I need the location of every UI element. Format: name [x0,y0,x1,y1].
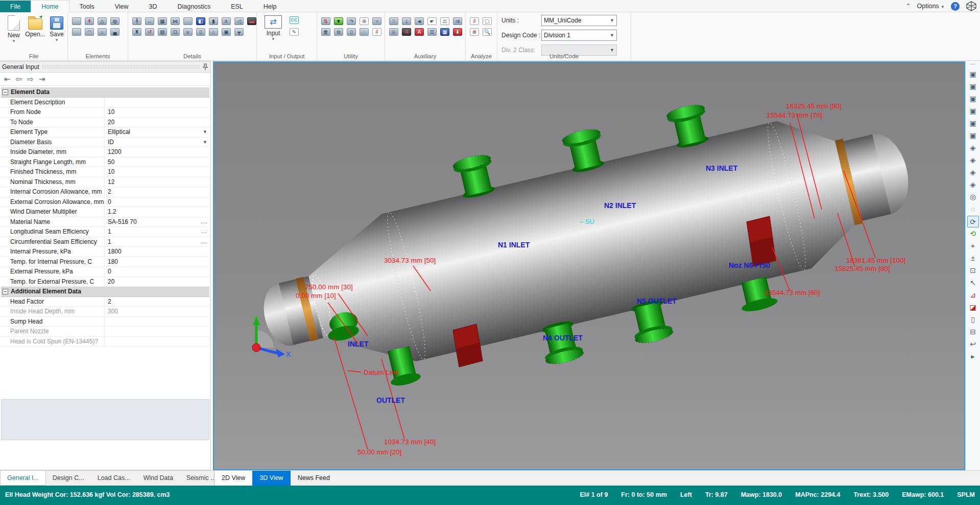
design-code-select[interactable]: Division 1▼ [541,30,617,41]
hide-shell-icon[interactable]: ▯ [967,314,979,326]
grid-row-value[interactable]: 10 [105,167,209,177]
flange-view-icon[interactable]: ⊟ [967,326,979,338]
menu-tab-file[interactable]: File [0,1,31,13]
dropdown-caret-icon[interactable]: ▼ [3,39,25,43]
zoom-window-icon[interactable]: ◌ [967,203,979,215]
grid-row-value[interactable]: 1... [105,237,209,247]
options-button[interactable]: Options ▼ [917,3,945,10]
menu-tab-3d[interactable]: 3D [139,1,168,13]
view-tab-3d-view[interactable]: 3D View [252,471,290,486]
view-front-cube-icon[interactable]: ▣ [967,68,979,80]
coil-element-icon[interactable]: ◍ [110,17,119,25]
grid-row-value[interactable]: Elliptical▼ [105,127,209,137]
clip-detail-icon[interactable]: ◁ [234,17,244,25]
section-view-icon[interactable]: ◪ [967,302,979,313]
view-tab-news-feed[interactable]: News Feed [291,471,337,486]
filter-funnel-icon[interactable]: ▼ [334,17,343,25]
cc-toggle-icon[interactable]: CC [290,16,299,24]
menu-tab-tools[interactable]: Tools [69,1,105,13]
grid-row-value[interactable] [105,337,209,347]
half-pipe-detail-icon[interactable]: ▮ [209,17,218,25]
basering-detail-icon[interactable]: ♜ [132,28,141,36]
split-element-icon[interactable]: ⑂ [372,17,381,25]
view-left-cube-icon[interactable]: ▣ [967,93,979,105]
next-element-button[interactable]: ⇨ [27,75,34,84]
error-check-icon[interactable]: ⊗ [470,28,479,36]
grid-row[interactable]: Nominal Thickness, mm12 [1,177,209,188]
pdf-export-icon[interactable]: ⬇ [453,28,462,36]
zoom-extents-icon[interactable]: ◎ [967,191,979,203]
menu-tab-esl[interactable]: ESL [221,1,253,13]
refresh-list-icon[interactable]: ⇉ [453,17,462,25]
undo-view-icon[interactable]: ↩ [967,338,979,350]
grid-row[interactable]: Element TypeElliptical▼ [1,127,209,137]
grid-row[interactable]: Longitudinal Seam Efficiency1... [1,227,209,237]
iso-view-ne-icon[interactable]: ◈ [967,142,979,154]
pan-icon[interactable]: ⌖ [967,240,979,252]
toolbar-flyout-icon[interactable]: ▸ [967,351,979,362]
new-report-icon[interactable]: ▢ [483,17,492,25]
grid-row-value[interactable] [105,98,209,107]
grid-row-value[interactable]: 1.2 [105,207,209,217]
ellipsis-button[interactable]: ... [201,218,207,227]
grid-row-value[interactable]: 180 [105,257,209,267]
new-button[interactable]: New▼ [3,14,25,43]
dropdown-caret-icon[interactable]: ▼ [203,128,207,137]
nozzle-detail-icon[interactable]: ╀ [132,17,141,25]
grid-row[interactable]: Internal Pressure, kPa1800 [1,247,209,257]
grid-row[interactable]: External Corrosion Allowance, mm0 [1,197,209,208]
view-bottom-cube-icon[interactable]: ▣ [967,130,979,142]
pin-icon[interactable] [202,63,208,71]
column-aux-icon[interactable]: ⌷ [389,17,398,25]
brace-detail-icon[interactable]: ▧ [158,28,167,36]
view-top-cube-icon[interactable]: ▣ [967,118,979,129]
grid-row-value[interactable]: 300 [105,307,209,316]
menu-tab-home[interactable]: Home [31,0,69,12]
grid-row-value[interactable] [105,327,209,336]
grid-row-value[interactable]: 12 [105,177,209,187]
lining-detail-icon[interactable] [183,17,193,25]
grid-row[interactable]: From Node10 [1,107,209,118]
save-button[interactable]: Save▼ [46,14,67,42]
input-button[interactable]: ⇄ Input ▼ [260,14,286,41]
panel-tab-wind-data[interactable]: Wind Data [137,471,180,486]
grid-row-value[interactable]: ID▼ [105,137,209,147]
grid-row[interactable]: To Node20 [1,118,209,128]
flange-pair-detail-icon[interactable]: ↔ [145,17,154,25]
grid-row[interactable]: Material NameSA-516 70... [1,217,209,227]
grid-row[interactable]: Head Factor2 [1,297,209,307]
opening-detail-icon[interactable]: ▣ [222,28,231,36]
shell-icon[interactable]: ▯ [347,28,356,36]
select-region-icon[interactable]: ◌ [360,28,369,36]
grid-row-value[interactable]: 0 [105,197,209,207]
grid-row-value[interactable]: SA-516 70... [105,217,209,227]
dropdown-caret-icon[interactable]: ▼ [46,38,67,42]
pick-hand-icon[interactable]: ☛ [427,17,437,25]
measure-icon[interactable]: ⊿ [967,289,979,301]
grid-section-header[interactable]: Additional Element Data [1,287,209,297]
view-tab-2d-view[interactable]: 2D View [214,471,252,486]
weight-detail-icon[interactable]: ▬ [247,17,256,25]
access-icon[interactable]: A [415,28,424,36]
cylinder-element-icon[interactable] [72,17,81,25]
delete-element-icon[interactable]: 🗑 [321,28,330,36]
platform-detail-icon[interactable]: ⊡ [171,28,180,36]
stiffener-ring-detail-icon[interactable]: ▦ [158,17,167,25]
collapse-icon[interactable] [3,289,8,294]
grid-row[interactable]: Straight Flange Length, mm50 [1,157,209,168]
grid-row[interactable]: Inside Head Depth, mm300 [1,307,209,317]
select-window-icon[interactable]: ⊡ [967,265,979,277]
select-arrow-icon[interactable]: ↖ [967,277,979,289]
orbit-axis-icon[interactable]: ⟲ [967,228,979,240]
grid-row-value[interactable]: 1800 [105,247,209,257]
send-aux-icon[interactable]: ◄ [415,17,424,25]
units-select[interactable]: MM_UniCode▼ [541,15,617,26]
vertical-vessel-element-icon[interactable]: ↟ [85,17,94,25]
list-report-icon[interactable]: ☰ [427,28,437,36]
view-back-cube-icon[interactable]: ▣ [967,81,979,93]
grid-row[interactable]: External Pressure, kPa0 [1,267,209,277]
grid-row-value[interactable]: 0 [105,267,209,277]
grid-row[interactable]: Element Description [1,98,209,108]
prev-element-button[interactable]: ⇦ [16,75,22,84]
grid-section-header[interactable]: Element Data [1,87,209,98]
